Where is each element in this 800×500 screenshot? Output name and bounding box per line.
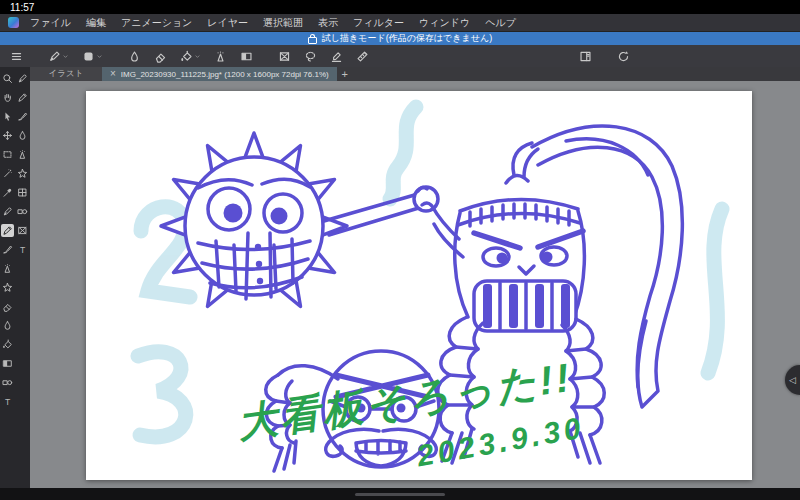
close-tab-icon[interactable]: × xyxy=(110,67,116,81)
tool-fill[interactable] xyxy=(1,338,14,351)
tool-figure[interactable] xyxy=(1,376,14,389)
tool-brush[interactable] xyxy=(1,243,14,256)
lock-icon xyxy=(308,37,317,44)
status-bar: 11:57 xyxy=(0,0,800,14)
tool-subtool-3[interactable] xyxy=(16,110,29,123)
tool-airbrush[interactable] xyxy=(1,262,14,275)
command-toolbar xyxy=(0,45,800,67)
toolbar-left-group xyxy=(8,47,371,65)
toolbar-blend-tool[interactable] xyxy=(126,47,143,65)
toolbar-eraser-tool[interactable] xyxy=(152,47,169,65)
tool-hand[interactable] xyxy=(1,91,14,104)
toolbar-figure-tool[interactable] xyxy=(328,47,345,65)
tool-subtool-7[interactable] xyxy=(16,186,29,199)
menu-item-6[interactable]: フィルター xyxy=(353,14,404,31)
tab-strip: イラスト × IMG_20230930_111225.jpg* (1200 x … xyxy=(30,67,800,81)
tool-eraser[interactable] xyxy=(1,300,14,313)
tool-column-1: T xyxy=(0,72,15,488)
banner-text: 試し描きモード(作品の保存はできません) xyxy=(322,32,492,45)
toolbar-airbrush-tool[interactable] xyxy=(212,47,229,65)
menu-item-8[interactable]: ヘルプ xyxy=(485,14,516,31)
menu-item-7[interactable]: ウィンドウ xyxy=(419,14,470,31)
toolbar-reset-rotation[interactable] xyxy=(615,47,632,65)
menu-items: ファイル編集アニメーションレイヤー選択範囲表示フィルターウィンドウヘルプ xyxy=(30,14,516,31)
tool-decoration[interactable] xyxy=(1,281,14,294)
canvas-area[interactable]: 大看板そろった!! 2023.9.30 ◁ xyxy=(30,81,800,488)
menu-item-0[interactable]: ファイル xyxy=(30,14,71,31)
tool-subtool-9[interactable] xyxy=(16,224,29,237)
svg-text:T: T xyxy=(20,245,26,255)
tool-layer-move[interactable] xyxy=(1,129,14,142)
workspace-tab[interactable]: イラスト xyxy=(30,67,102,81)
trial-mode-banner: 試し描きモード(作品の保存はできません) xyxy=(0,32,800,45)
tool-pencil[interactable] xyxy=(1,224,14,237)
tool-subtool-4[interactable] xyxy=(16,129,29,142)
svg-text:T: T xyxy=(5,397,11,407)
toolbar-fill-tool[interactable] xyxy=(178,47,203,65)
toolbar-selection-tool[interactable] xyxy=(276,47,293,65)
tool-palette: T T xyxy=(0,67,30,488)
menu-item-3[interactable]: レイヤー xyxy=(207,14,248,31)
tool-selection[interactable] xyxy=(1,148,14,161)
app-icon[interactable] xyxy=(8,17,19,28)
menu-item-5[interactable]: 表示 xyxy=(318,14,338,31)
tool-auto-select[interactable] xyxy=(1,167,14,180)
clock: 11:57 xyxy=(10,2,34,13)
toolbar-right-group xyxy=(577,47,632,65)
toolbar-current-tool[interactable] xyxy=(46,47,71,65)
tool-gradient[interactable] xyxy=(1,357,14,370)
tool-zoom[interactable] xyxy=(1,72,14,85)
bottom-bar xyxy=(0,488,800,500)
app-screen: 11:57 ファイル編集アニメーションレイヤー選択範囲表示フィルターウィンドウヘ… xyxy=(0,0,800,500)
toolbar-lasso-tool[interactable] xyxy=(302,47,319,65)
menu-item-1[interactable]: 編集 xyxy=(86,14,106,31)
tool-subtool-8[interactable] xyxy=(16,205,29,218)
chevron-left-icon: ◁ xyxy=(789,375,796,385)
tool-subtool-5[interactable] xyxy=(16,148,29,161)
tool-blend[interactable] xyxy=(1,319,14,332)
menu-item-4[interactable]: 選択範囲 xyxy=(263,14,303,31)
toolbar-color-swatch[interactable] xyxy=(80,47,105,65)
tool-eyedropper[interactable] xyxy=(1,186,14,199)
workspace-tab-label: イラスト xyxy=(49,68,84,80)
gesture-pill[interactable] xyxy=(355,493,445,496)
tool-subtool-2[interactable] xyxy=(16,91,29,104)
toolbar-gradient-tool[interactable] xyxy=(238,47,255,65)
menu-bar: ファイル編集アニメーションレイヤー選択範囲表示フィルターウィンドウヘルプ xyxy=(0,14,800,32)
tool-subtool-1[interactable] xyxy=(16,72,29,85)
menu-item-2[interactable]: アニメーション xyxy=(121,14,192,31)
toolbar-main-menu[interactable] xyxy=(8,47,25,65)
document-tab[interactable]: × IMG_20230930_111225.jpg* (1200 x 1600p… xyxy=(102,67,337,81)
toolbar-panel-layout[interactable] xyxy=(577,47,594,65)
side-panel-handle[interactable]: ◁ xyxy=(785,365,800,395)
tool-column-2: T xyxy=(15,72,30,488)
tool-operation[interactable] xyxy=(1,110,14,123)
document-area: イラスト × IMG_20230930_111225.jpg* (1200 x … xyxy=(30,67,800,488)
tool-subtool-10[interactable]: T xyxy=(16,243,29,256)
tool-text[interactable]: T xyxy=(1,395,14,408)
workspace: T T イラスト × IMG_20230930_111225.jpg* (120… xyxy=(0,67,800,488)
canvas-page[interactable]: 大看板そろった!! 2023.9.30 xyxy=(86,91,752,480)
new-tab-button[interactable]: + xyxy=(337,67,353,81)
tool-pen[interactable] xyxy=(1,205,14,218)
document-title: IMG_20230930_111225.jpg* (1200 x 1600px … xyxy=(121,70,329,79)
tool-subtool-6[interactable] xyxy=(16,167,29,180)
toolbar-ruler-tool[interactable] xyxy=(354,47,371,65)
